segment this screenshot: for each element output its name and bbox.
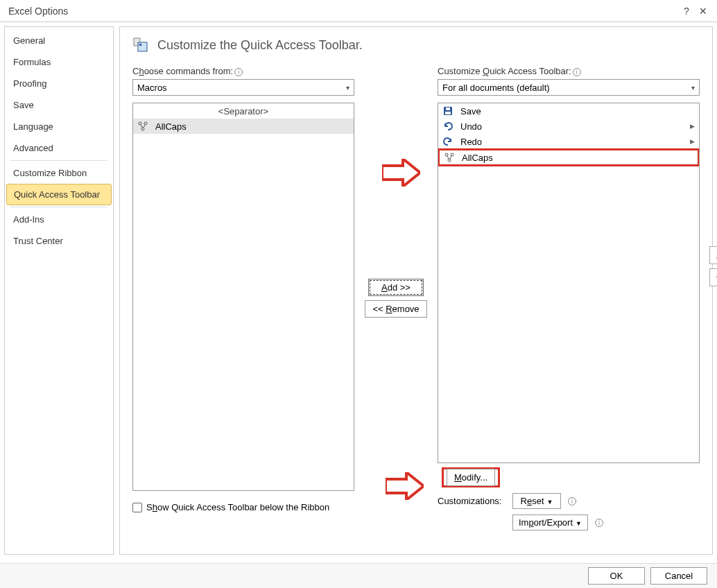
sidebar-item-language[interactable]: Language [5, 116, 113, 137]
annotation-arrow [386, 472, 424, 500]
move-down-button[interactable]: ▾ [709, 268, 717, 286]
choose-commands-label: Choose commands from:i [132, 66, 354, 76]
sidebar-item-quick-access-toolbar[interactable]: Quick Access Toolbar [6, 184, 112, 205]
customize-qat-combo[interactable]: For all documents (default)▾ [438, 79, 700, 96]
qat-icon [132, 37, 149, 53]
dialog-footer: OK Cancel [0, 563, 717, 588]
sidebar-item-add-ins[interactable]: Add-Ins [5, 209, 113, 230]
list-item-label: <Separator> [218, 106, 268, 116]
choose-commands-combo[interactable]: Macros▾ [132, 79, 354, 96]
flyout-indicator-icon: ▶ [690, 123, 695, 130]
main-panel: Customize the Quick Access Toolbar. Choo… [119, 26, 713, 555]
list-item[interactable]: AllCaps [133, 119, 354, 134]
add-button[interactable]: Add >> [368, 279, 424, 296]
list-item-label: AllCaps [155, 121, 187, 132]
modify-button[interactable]: Modify... [447, 469, 495, 486]
show-below-ribbon-checkbox[interactable] [132, 503, 142, 512]
macro-icon [444, 152, 455, 163]
redo-icon [442, 136, 453, 147]
list-item[interactable]: <Separator> [133, 103, 354, 119]
list-item-label: Redo [460, 137, 482, 147]
flyout-indicator-icon: ▶ [690, 138, 695, 145]
move-up-button[interactable]: ▴ [709, 246, 717, 264]
help-button[interactable]: ? [678, 6, 695, 17]
info-icon[interactable]: i [234, 68, 243, 76]
list-item-label: Undo [460, 121, 482, 132]
customizations-label: Customizations: [438, 496, 507, 506]
info-icon[interactable]: i [573, 68, 581, 76]
list-item[interactable]: Undo▶ [438, 119, 699, 134]
commands-listbox[interactable]: <Separator>AllCaps [132, 103, 354, 491]
macro-icon [137, 121, 148, 132]
list-item[interactable]: Save [438, 103, 699, 119]
sidebar-item-formulas[interactable]: Formulas [5, 51, 113, 73]
sidebar-item-trust-center[interactable]: Trust Center [5, 230, 113, 252]
page-title: Customize the Quick Access Toolbar. [157, 38, 363, 53]
show-below-ribbon-label: Show Quick Access Toolbar below the Ribb… [146, 502, 329, 512]
import-export-button[interactable]: Import/Export▼ [512, 514, 588, 530]
list-item[interactable]: AllCaps [438, 148, 700, 166]
chevron-down-icon: ▾ [691, 84, 695, 92]
sidebar-item-general[interactable]: General [5, 30, 113, 51]
list-item-label: AllCaps [462, 153, 493, 163]
category-sidebar: GeneralFormulasProofingSaveLanguageAdvan… [4, 26, 114, 555]
save-icon [442, 105, 453, 116]
list-item[interactable]: Redo▶ [438, 134, 699, 149]
undo-icon [442, 121, 453, 132]
sidebar-item-save[interactable]: Save [5, 94, 113, 116]
sidebar-item-proofing[interactable]: Proofing [5, 73, 113, 94]
close-button[interactable]: ✕ [695, 6, 711, 17]
titlebar: Excel Options ? ✕ [0, 0, 717, 22]
remove-button[interactable]: << Remove [365, 300, 426, 318]
cancel-button[interactable]: Cancel [650, 567, 707, 585]
info-icon[interactable]: i [595, 519, 603, 527]
ok-button[interactable]: OK [588, 567, 645, 585]
list-item-label: Save [460, 106, 481, 116]
sidebar-item-advanced[interactable]: Advanced [5, 137, 113, 159]
qat-listbox[interactable]: SaveUndo▶Redo▶AllCaps [438, 103, 700, 463]
reset-button[interactable]: Reset▼ [512, 493, 561, 509]
annotation-arrow [382, 159, 420, 187]
info-icon[interactable]: i [568, 497, 576, 505]
window-title: Excel Options [6, 6, 678, 17]
chevron-down-icon: ▾ [346, 84, 349, 92]
customize-qat-label: Customize Quick Access Toolbar:i [438, 66, 700, 76]
sidebar-item-customize-ribbon[interactable]: Customize Ribbon [5, 162, 113, 184]
